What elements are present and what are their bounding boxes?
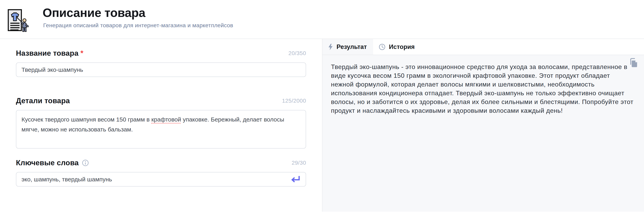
product-name-counter: 20/350 bbox=[288, 50, 306, 56]
product-name-label: Название товара* bbox=[16, 49, 84, 57]
product-form: Название товара* 20/350 Детали товара 12… bbox=[0, 39, 322, 212]
tab-result-label: Результат bbox=[336, 43, 367, 50]
page-title: Описание товара bbox=[42, 6, 233, 19]
field-product-name: Название товара* 20/350 bbox=[16, 49, 306, 77]
info-icon[interactable] bbox=[82, 159, 89, 167]
result-tabbar: Результат История bbox=[322, 39, 644, 55]
product-details-label: Детали товара bbox=[16, 97, 70, 105]
tab-history[interactable]: История bbox=[373, 39, 421, 55]
result-section: Результат История Твердый эко-шампунь - … bbox=[322, 39, 644, 212]
enter-arrow-icon bbox=[290, 175, 300, 183]
required-asterisk: * bbox=[80, 49, 84, 57]
copy-button[interactable] bbox=[629, 58, 638, 68]
document-tshirt-presenter-icon bbox=[5, 5, 32, 32]
product-details-textarea[interactable]: Кусочек твердого шампуня весом 150 грамм… bbox=[16, 110, 306, 149]
app-header: Описание товара Генерация описаний товар… bbox=[0, 0, 644, 39]
field-product-details: Детали товара 125/2000 Кусочек твердого … bbox=[16, 96, 306, 149]
result-text: Твердый эко-шампунь - это инновационное … bbox=[331, 62, 634, 115]
keywords-counter: 29/30 bbox=[292, 160, 306, 166]
page-subtitle: Генерация описаний товаров для интернет-… bbox=[43, 22, 233, 29]
tab-result[interactable]: Результат bbox=[322, 39, 373, 55]
keywords-input[interactable] bbox=[16, 172, 306, 187]
keywords-submit-button[interactable] bbox=[290, 175, 300, 183]
product-details-counter: 125/2000 bbox=[282, 98, 306, 104]
clock-icon bbox=[379, 43, 386, 50]
keywords-label: Ключевые слова bbox=[16, 159, 89, 167]
lightning-icon bbox=[328, 43, 333, 50]
copy-icon bbox=[630, 58, 638, 68]
result-panel: Твердый эко-шампунь - это инновационное … bbox=[322, 55, 644, 212]
tab-history-label: История bbox=[389, 43, 414, 50]
misspelled-word: крафтовой bbox=[151, 116, 181, 123]
product-name-input[interactable] bbox=[16, 62, 306, 77]
field-keywords: Ключевые слова 29/30 bbox=[16, 159, 306, 187]
